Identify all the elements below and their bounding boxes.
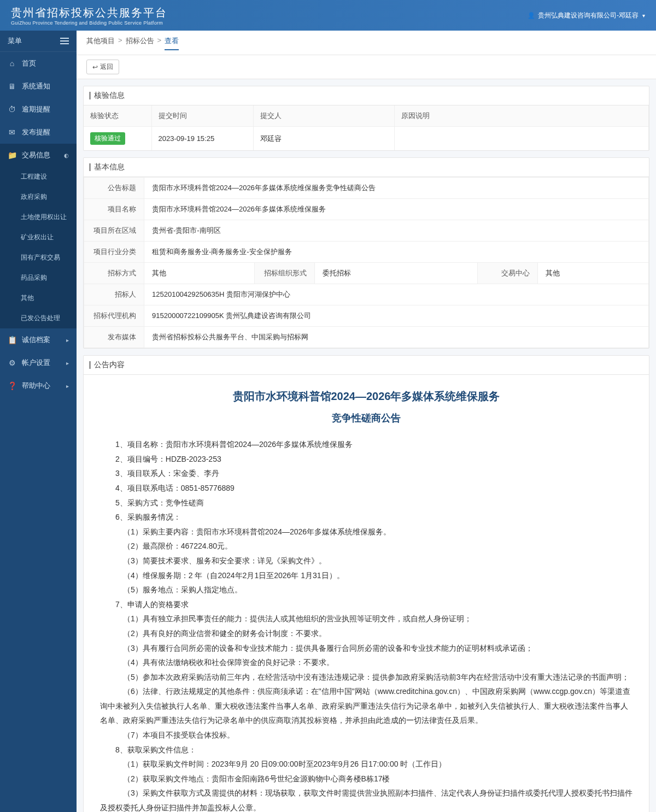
sidebar-item[interactable]: ⚙帐户设置▸ <box>0 351 77 374</box>
announcement-line: （4）维保服务期：2 年（自2024年2月1日至2026年 1月31日）。 <box>100 568 632 583</box>
nav-icon: 📁 <box>8 151 16 160</box>
sidebar-item[interactable]: 📁交易信息◐ <box>0 144 77 167</box>
announcement-line: （3）简要技术要求、服务和安全要求：详见《采购文件》。 <box>100 554 632 568</box>
nav-icon: ⏱ <box>8 105 16 114</box>
doc-subtitle: 竞争性磋商公告 <box>100 409 632 427</box>
sidebar-subitem[interactable]: 国有产权交易 <box>0 248 77 268</box>
announcement-content: 贵阳市水环境科普馆2024—2026年多媒体系统维保服务 竞争性磋商公告 1、项… <box>84 375 649 812</box>
announcement-line: （2）获取采购文件地点：贵阳市金阳南路6号世纪金源购物中心商务楼B栋17楼 <box>100 772 632 786</box>
sidebar-subitem[interactable]: 政府采购 <box>0 187 77 207</box>
basic-info-panel: 基本信息 公告标题贵阳市水环境科普馆2024—2026年多媒体系统维保服务竞争性… <box>83 157 649 349</box>
user-menu[interactable]: 贵州弘典建设咨询有限公司-邓廷容 <box>528 11 645 20</box>
announcement-line: （5）服务地点：采购人指定地点。 <box>100 582 632 597</box>
announcement-line: 3、项目联系人：宋金委、李丹 <box>100 466 632 481</box>
breadcrumb-item[interactable]: 招标公告 <box>126 36 154 50</box>
sidebar-item[interactable]: 📋诚信档案▸ <box>0 328 77 351</box>
announcement-line: （1）采购主要内容：贵阳市水环境科普馆2024—2026年多媒体系统维保服务。 <box>100 525 632 539</box>
status-badge: 核验通过 <box>90 132 125 145</box>
chevron-icon: ▸ <box>66 337 69 343</box>
announcement-line: （7）本项目不接受联合体投标。 <box>100 728 632 743</box>
sidebar-item[interactable]: ⏱逾期提醒 <box>0 98 77 121</box>
announcement-line: （6）法律、行政法规规定的其他条件：供应商须承诺：在"信用中国"网站（www.c… <box>100 684 632 728</box>
announcement-line: 7、申请人的资格要求 <box>100 597 632 612</box>
sidebar-nav: ⌂首页🖥系统通知⏱逾期提醒✉发布提醒📁交易信息◐工程建设政府采购土地使用权出让矿… <box>0 52 77 397</box>
nav-icon: 📋 <box>8 336 16 344</box>
sidebar-header: 菜单 <box>0 31 77 52</box>
nav-icon: ❓ <box>8 381 16 390</box>
announcement-line: 2、项目编号：HDZB-2023-253 <box>100 452 632 467</box>
chevron-icon: ▸ <box>66 383 69 389</box>
breadcrumb-item: 查看 <box>165 36 179 50</box>
sidebar-item[interactable]: ❓帮助中心▸ <box>0 374 77 397</box>
app-header: 贵州省招标投标公共服务平台 GuiZhou Province Tendering… <box>0 0 656 31</box>
main-content: 其他项目>招标公告>查看 返回 核验信息 核验状态 提交时间 提交人 原因说明 … <box>77 31 656 812</box>
sidebar-subitem[interactable]: 已发公告处理 <box>0 308 77 328</box>
basic-info-table: 公告标题贵阳市水环境科普馆2024—2026年多媒体系统维保服务竞争性磋商公告 … <box>84 177 649 348</box>
verification-table: 核验状态 提交时间 提交人 原因说明 核验通过 2023-09-19 15:25… <box>84 105 649 150</box>
sidebar-label: 菜单 <box>8 36 22 46</box>
announcement-line: 1、项目名称：贵阳市水环境科普馆2024—2026年多媒体系统维保服务 <box>100 437 632 452</box>
breadcrumbs: 其他项目>招标公告>查看 <box>86 36 646 50</box>
sidebar-subitem[interactable]: 土地使用权出让 <box>0 207 77 227</box>
nav-icon: 🖥 <box>8 82 16 91</box>
announcement-line: 4、项目联系电话：0851-85776889 <box>100 481 632 496</box>
announcement-line: （4）具有依法缴纳税收和社会保障资金的良好记录：不要求。 <box>100 655 632 670</box>
site-subtitle: GuiZhou Province Tendering and Bidding P… <box>11 20 167 26</box>
sidebar-subitem[interactable]: 矿业权出让 <box>0 227 77 248</box>
sidebar-subitem[interactable]: 药品采购 <box>0 268 77 288</box>
breadcrumb-item[interactable]: 其他项目 <box>86 36 115 50</box>
nav-icon: ⚙ <box>8 358 16 367</box>
announcement-line: （2）具有良好的商业信誉和健全的财务会计制度：不要求。 <box>100 626 632 641</box>
sidebar-item[interactable]: 🖥系统通知 <box>0 75 77 98</box>
chevron-icon: ▸ <box>66 360 69 366</box>
nav-icon: ⌂ <box>8 59 16 68</box>
chevron-icon: ◐ <box>64 152 69 158</box>
verification-panel: 核验信息 核验状态 提交时间 提交人 原因说明 核验通过 2023-09-19 … <box>83 86 649 151</box>
announcement-line: （3）具有履行合同所必需的设备和专业技术能力：提供具备履行合同所必需的设备和专业… <box>100 641 632 656</box>
announcement-line: （5）参加本次政府采购活动前三年内，在经营活动中没有违法违规记录：提供参加政府采… <box>100 670 632 685</box>
nav-icon: ✉ <box>8 128 16 137</box>
verification-title: 核验信息 <box>84 86 649 105</box>
sidebar-item[interactable]: ⌂首页 <box>0 52 77 75</box>
announcement-line: （1）具有独立承担民事责任的能力：提供法人或其他组织的营业执照等证明文件，或自然… <box>100 611 632 626</box>
breadcrumb-bar: 其他项目>招标公告>查看 <box>77 31 656 55</box>
site-title: 贵州省招标投标公共服务平台 <box>11 5 167 20</box>
announcement-panel: 公告内容 贵阳市水环境科普馆2024—2026年多媒体系统维保服务 竞争性磋商公… <box>83 355 649 812</box>
hamburger-icon[interactable] <box>60 36 69 46</box>
basic-info-title: 基本信息 <box>84 158 649 177</box>
announcement-line: 5、采购方式：竞争性磋商 <box>100 496 632 510</box>
announcement-line: 6、采购服务情况： <box>100 510 632 525</box>
sidebar-item[interactable]: ✉发布提醒 <box>0 121 77 144</box>
announcement-line: 8、获取采购文件信息： <box>100 743 632 757</box>
doc-title: 贵阳市水环境科普馆2024—2026年多媒体系统维保服务 <box>100 386 632 407</box>
back-button[interactable]: 返回 <box>86 60 119 74</box>
sidebar-subitem[interactable]: 其他 <box>0 288 77 308</box>
sidebar-subitem[interactable]: 工程建设 <box>0 167 77 187</box>
sidebar: 菜单 ⌂首页🖥系统通知⏱逾期提醒✉发布提醒📁交易信息◐工程建设政府采购土地使用权… <box>0 31 77 812</box>
announcement-line: （3）采购文件获取方式及需提供的材料：现场获取，获取文件时需提供营业执照副本扫描… <box>100 786 632 812</box>
table-row: 核验通过 2023-09-19 15:25 邓廷容 <box>84 127 649 151</box>
announcement-title: 公告内容 <box>84 356 649 375</box>
announcement-line: （2）最高限价：467224.80元。 <box>100 539 632 554</box>
announcement-line: （1）获取采购文件时间：2023年9月 20 日09:00:00时至2023年9… <box>100 757 632 772</box>
